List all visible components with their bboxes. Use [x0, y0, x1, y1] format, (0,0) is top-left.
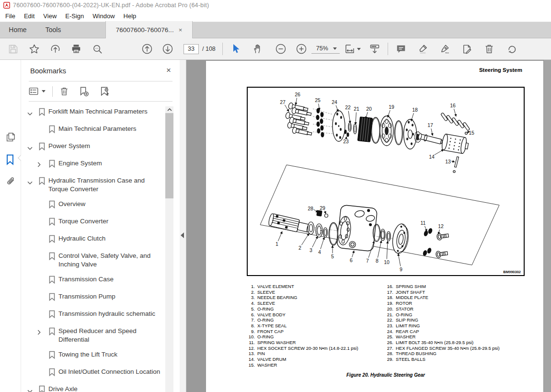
- bookmark-item[interactable]: Drive Axle: [21, 385, 180, 392]
- star-button[interactable]: [27, 42, 41, 56]
- panel-scrollbar[interactable]: [165, 106, 173, 392]
- part-label: SPRING WASHER: [257, 340, 296, 346]
- tab-document[interactable]: 76007600-760076... ×: [105, 21, 193, 38]
- bookmark-item[interactable]: Control Valve, Safety Valve, and Inching…: [21, 252, 180, 268]
- bookmark-icon: [39, 142, 48, 152]
- menu-bar: FileEditViewE-SignWindowHelp: [0, 11, 551, 22]
- fit-width-caret-icon[interactable]: [357, 48, 361, 50]
- page-number-input[interactable]: [184, 44, 199, 54]
- part-label: VALVE BODY: [257, 312, 286, 318]
- bookmark-item[interactable]: Torque Converter: [21, 217, 180, 228]
- chevron-down-icon[interactable]: [27, 142, 39, 152]
- menu-file[interactable]: File: [1, 12, 20, 20]
- zoom-level-select[interactable]: 75%: [311, 44, 340, 54]
- fill-sign-tool-button[interactable]: [460, 42, 474, 56]
- bookmark-item[interactable]: Overview: [21, 200, 180, 210]
- bookmark-item[interactable]: Oil Inlet/Outlet Connection Location: [21, 368, 180, 378]
- tab-close-icon[interactable]: ×: [179, 26, 183, 34]
- fit-width-button[interactable]: [343, 42, 357, 56]
- sign-tool-button[interactable]: [438, 42, 452, 56]
- tab-home[interactable]: Home: [0, 22, 35, 38]
- menu-window[interactable]: Window: [88, 12, 119, 20]
- bookmark-label: Oil Inlet/Outlet Connection Location: [58, 368, 160, 376]
- bookmark-item[interactable]: Transmission Pump: [21, 292, 180, 303]
- part-number: 6.: [248, 312, 255, 318]
- search-icon[interactable]: [90, 42, 104, 56]
- menu-help[interactable]: Help: [119, 12, 141, 20]
- part-label: O-RING: [396, 312, 412, 318]
- part-label: X-TYPE SEAL: [257, 323, 287, 329]
- zoom-in-button[interactable]: [294, 42, 309, 56]
- document-scrollbar[interactable]: [543, 60, 551, 392]
- tab-tools[interactable]: Tools: [35, 22, 71, 38]
- menu-view[interactable]: View: [39, 12, 61, 20]
- diagram-part-number: 17: [427, 122, 433, 128]
- bookmark-item[interactable]: Speed Reducer and Speed Differential: [21, 327, 180, 344]
- panel-close-icon[interactable]: ×: [166, 66, 171, 75]
- chevron-right-icon[interactable]: [37, 327, 49, 337]
- next-page-button[interactable]: [161, 42, 175, 56]
- zoom-out-button[interactable]: [274, 42, 288, 56]
- bookmark-icon: [39, 176, 48, 187]
- diagram-part-number: 3: [310, 247, 312, 253]
- save-button[interactable]: [6, 42, 20, 56]
- bookmark-item[interactable]: Forklift Main Technical Parameters: [21, 107, 180, 118]
- chevron-down-icon[interactable]: [27, 385, 39, 392]
- delete-pages-button[interactable]: [482, 42, 496, 56]
- bookmark-item[interactable]: Power System: [21, 142, 180, 152]
- diagram-part-number: 5: [331, 254, 334, 259]
- part-number: 18.: [386, 295, 393, 300]
- attachments-icon[interactable]: [5, 176, 16, 187]
- highlight-tool-button[interactable]: [416, 42, 430, 56]
- chevron-spacer: [37, 292, 49, 294]
- part-number: 29.: [386, 357, 393, 362]
- hand-tool-button[interactable]: [251, 42, 265, 56]
- part-label: ROTOR: [396, 300, 412, 306]
- diagram-part-number: 8: [376, 258, 379, 264]
- part-line: 9.FRONT CAP: [248, 329, 386, 334]
- reading-mode-button[interactable]: [367, 42, 382, 56]
- share-button[interactable]: [48, 42, 62, 56]
- part-line: 14.VALVE DRUM: [248, 357, 386, 362]
- comment-tool-button[interactable]: [394, 42, 408, 56]
- part-number: 3.: [248, 295, 255, 300]
- part-label: WASHER: [396, 334, 415, 340]
- panel-collapse-strip[interactable]: [180, 60, 186, 392]
- part-label: LIMIT BOLT 35-40 N•m (25.8-29.5 psi): [396, 340, 473, 346]
- figure-code: BM990302: [503, 270, 521, 274]
- menu-edit[interactable]: Edit: [20, 12, 39, 20]
- part-line: 22.SLIP RING: [386, 317, 530, 323]
- diagram-part-number: 11: [421, 220, 426, 226]
- bookmark-item[interactable]: Engine System: [21, 159, 180, 170]
- chevron-down-icon[interactable]: [27, 107, 39, 117]
- bookmark-item[interactable]: Towing the Lift Truck: [21, 350, 180, 361]
- expand-current-bookmark-icon[interactable]: [100, 86, 110, 97]
- panel-scrollbar-thumb[interactable]: [165, 113, 173, 198]
- print-button[interactable]: [69, 42, 83, 56]
- part-label: O-RING: [257, 306, 274, 312]
- new-bookmark-icon[interactable]: [79, 86, 89, 97]
- bookmark-item[interactable]: Transmission Case: [21, 275, 180, 286]
- bookmark-label: Transmission Case: [58, 275, 114, 284]
- bookmark-options-icon[interactable]: [29, 87, 46, 96]
- page-thumbnails-icon[interactable]: [5, 132, 16, 142]
- menu-esign[interactable]: E-Sign: [61, 12, 88, 20]
- bookmark-item[interactable]: Hydraulic Clutch: [21, 234, 180, 245]
- scroll-up-icon[interactable]: [165, 106, 173, 113]
- bookmark-item[interactable]: Main Technical Parameters: [21, 125, 180, 135]
- chevron-down-icon[interactable]: [27, 176, 39, 186]
- previous-page-button[interactable]: [140, 42, 154, 56]
- select-tool-button[interactable]: [229, 42, 243, 56]
- chevron-spacer: [37, 368, 49, 369]
- figure-caption: Figure 20. Hydraulic Steering Gear: [247, 372, 525, 378]
- rotate-pages-button[interactable]: [505, 42, 519, 56]
- collapse-panel-icon[interactable]: [181, 232, 184, 238]
- part-number: 27.: [386, 346, 393, 351]
- bookmarks-panel-icon[interactable]: [5, 154, 16, 164]
- bookmark-item[interactable]: Transmission hydraulic schematic: [21, 310, 180, 320]
- delete-bookmark-icon[interactable]: [59, 86, 69, 96]
- chevron-right-icon[interactable]: [37, 159, 49, 169]
- window-title: 76007600-76007600-(04-2022)-UK-EN.pdf - …: [13, 2, 209, 9]
- bookmark-item[interactable]: Hydraulic Transmission Case and Torque C…: [21, 176, 180, 193]
- part-number: 1.: [248, 284, 255, 289]
